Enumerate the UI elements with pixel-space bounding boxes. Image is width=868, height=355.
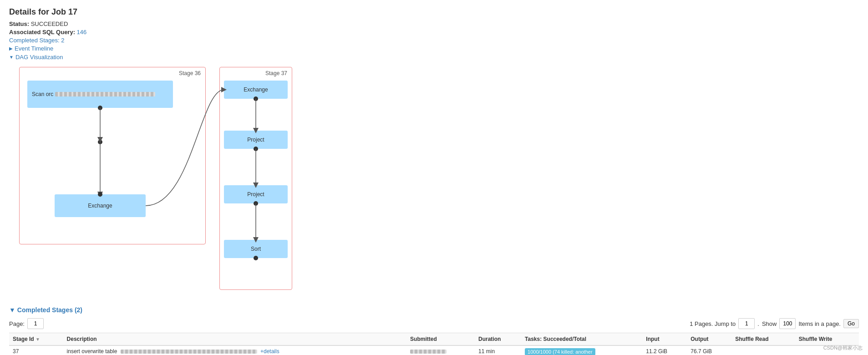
project-2-node: Project: [224, 185, 288, 203]
pagination-left: Page:: [9, 318, 44, 329]
cell-submitted: [406, 345, 475, 355]
cell-description: insert overwrite table +details processL…: [63, 345, 407, 355]
page-title: Details for Job 17: [9, 7, 859, 17]
completed-stages-arrow: ▼: [9, 306, 15, 314]
stages-table: Stage Id ▼ Description Submitted Duratio…: [9, 333, 859, 355]
sql-query-line: Associated SQL Query: 146: [9, 29, 859, 36]
exchange-36-node: Exchange: [55, 194, 146, 217]
dag-arrow: ▼: [9, 55, 14, 60]
col-description: Description: [63, 333, 407, 346]
event-timeline-arrow: ▶: [9, 46, 13, 51]
sort-node: Sort: [224, 240, 288, 258]
pagination-right: 1 Pages. Jump to . Show Items in a page.…: [690, 318, 859, 329]
project-1-node: Project: [224, 131, 288, 149]
scan-node: Scan orc: [27, 81, 173, 108]
cell-shuffle-read: [731, 345, 795, 355]
completed-stages-line: Completed Stages: 2: [9, 37, 859, 44]
stage-37-label: Stage 37: [265, 70, 287, 76]
cell-input: 11.2 GiB: [642, 345, 687, 355]
page-input[interactable]: [27, 318, 44, 329]
details-link[interactable]: +details: [260, 348, 279, 355]
col-shuffle-write: Shuffle Write: [795, 333, 859, 346]
dag-diagram: Stage 36 Stage 37 Scan orc Exchange Exch…: [9, 62, 300, 299]
watermark: CSDN@韩家小志: [823, 345, 863, 351]
tasks-badge: 1000/1000 (74 killed: another: [525, 348, 595, 355]
col-input: Input: [642, 333, 687, 346]
desc-blur: [121, 350, 257, 354]
col-submitted: Submitted: [406, 333, 475, 346]
col-tasks: Tasks: Succeeded/Total: [521, 333, 642, 346]
completed-stages-count-link[interactable]: Completed Stages: 2: [9, 37, 64, 44]
jump-to-input[interactable]: [738, 318, 755, 329]
show-input[interactable]: [779, 318, 796, 329]
cell-stage-id: 37: [9, 345, 63, 355]
event-timeline-toggle[interactable]: ▶ Event Timeline: [9, 45, 859, 52]
col-shuffle-read: Shuffle Read: [731, 333, 795, 346]
submitted-blur: [410, 350, 447, 354]
col-output: Output: [687, 333, 731, 346]
dag-toggle[interactable]: ▼ DAG Visualization: [9, 54, 859, 61]
dot-separator: .: [757, 320, 759, 327]
scan-text-redacted: [55, 92, 155, 96]
sql-query-link[interactable]: 146: [77, 29, 87, 36]
table-row: 37 insert overwrite table +details proce…: [9, 345, 859, 355]
status-line: Status: SUCCEEDED: [9, 20, 859, 27]
exchange-37-node: Exchange: [224, 81, 288, 99]
table-header-row: Stage Id ▼ Description Submitted Duratio…: [9, 333, 859, 346]
go-button[interactable]: Go: [843, 319, 859, 328]
cell-output: 76.7 GiB: [687, 345, 731, 355]
stage-id-sort-icon: ▼: [36, 337, 40, 342]
pagination-bar: Page: 1 Pages. Jump to . Show Items in a…: [9, 318, 859, 329]
cell-duration: 11 min: [475, 345, 521, 355]
stage-36-label: Stage 36: [179, 70, 201, 76]
cell-tasks: 1000/1000 (74 killed: another: [521, 345, 642, 355]
completed-stages-header[interactable]: ▼ Completed Stages (2): [9, 306, 859, 314]
col-stage-id[interactable]: Stage Id ▼: [9, 333, 63, 346]
col-duration: Duration: [475, 333, 521, 346]
